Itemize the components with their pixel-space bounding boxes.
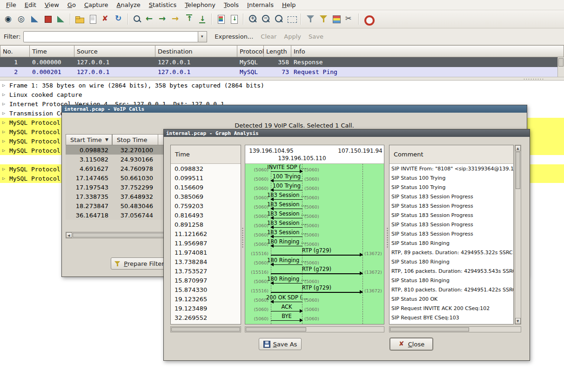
time-row[interactable]: 0.891258 [171, 220, 241, 229]
graph-hscrollbar[interactable] [245, 326, 384, 332]
comment-row[interactable]: SIP Status 180 Ringing [389, 276, 513, 285]
expander-icon[interactable]: ▷ [2, 120, 5, 125]
expander-icon[interactable]: ▷ [2, 176, 5, 181]
expander-icon[interactable]: ▷ [2, 166, 5, 171]
flow-message-row[interactable]: (15516) (13672) RTP (g729) [245, 266, 384, 276]
menu-item[interactable]: Statistics [145, 0, 181, 9]
packet-row[interactable]: 2 0.000201 127.0.0.1 127.0.0.1 MySQL 73 … [0, 67, 564, 77]
time-row[interactable]: 13.738284 [171, 257, 241, 266]
scroll-left-icon[interactable] [66, 232, 72, 238]
voip-dialog-titlebar[interactable]: internal.pcap - VoIP Calls [62, 105, 527, 113]
menu-item[interactable]: Telephony [181, 0, 220, 9]
menu-item[interactable]: Go [63, 0, 80, 9]
reload-icon[interactable] [113, 14, 124, 25]
save-as-button[interactable]: Save As [259, 338, 302, 350]
comment-row[interactable]: SIP Status 180 Ringing [389, 257, 513, 266]
comment-vscrollbar[interactable] [515, 145, 521, 324]
menu-item[interactable]: View [40, 0, 63, 9]
expander-icon[interactable]: ▷ [2, 101, 5, 106]
go-back-icon[interactable] [145, 14, 156, 25]
time-row[interactable]: 11.121662 [171, 229, 241, 238]
comment-row[interactable]: SIP Request BYE CSeq:103 [389, 313, 513, 322]
time-row[interactable]: 0.385069 [171, 192, 241, 201]
time-row[interactable]: 19.123265 [171, 294, 241, 304]
flow-message-row[interactable]: (5060) (5060) 180 Ringing ... [245, 238, 384, 248]
help-icon[interactable] [363, 14, 374, 25]
time-row[interactable]: 0.099511 [171, 173, 241, 182]
time-row[interactable]: 19.123489 [171, 304, 241, 313]
time-row[interactable]: 0.098832 [171, 164, 241, 173]
coloring-rules-icon[interactable] [331, 14, 342, 25]
detail-tree-row[interactable]: ▷ Linux cooked capture [0, 90, 564, 99]
flow-message-row[interactable]: (5060) (5060) 183 Session ... [245, 210, 384, 220]
filter-dropdown-button[interactable] [198, 31, 207, 42]
zoom-in-icon[interactable] [247, 14, 258, 25]
scroll-up-icon[interactable] [515, 145, 521, 151]
comment-row[interactable]: RTP, 106 packets. Duration: 4294953.543s… [389, 266, 513, 276]
resize-columns-icon[interactable] [286, 14, 297, 25]
capture-stop-icon[interactable] [42, 14, 54, 25]
column-header[interactable]: Time [30, 45, 74, 57]
save-button[interactable]: Save [309, 33, 323, 40]
display-filters-icon[interactable] [318, 14, 329, 25]
comment-row[interactable]: SIP Status 183 Session Progress [389, 210, 513, 220]
list-interfaces-icon[interactable] [3, 14, 14, 25]
zoom-100-icon[interactable] [273, 14, 284, 25]
expander-icon[interactable]: ▷ [2, 82, 5, 88]
comment-row[interactable]: SIP Status 183 Session Progress [389, 220, 513, 229]
flow-message-row[interactable]: (15516) (13672) RTP (g729) [245, 248, 384, 257]
preferences-icon[interactable] [344, 14, 355, 25]
comment-row[interactable]: RTP, 810 packets. Duration: 4294951.422s… [389, 285, 513, 294]
expander-icon[interactable]: ▷ [2, 110, 5, 115]
pane-grip-icon[interactable] [386, 227, 389, 248]
open-file-icon[interactable] [74, 14, 85, 25]
time-row[interactable]: 15.870997 [171, 276, 241, 285]
scrollbar-thumb[interactable] [246, 327, 306, 331]
expression-button[interactable]: Expression... [215, 33, 253, 40]
comment-row[interactable]: SIP Status 183 Session Progress [389, 229, 513, 238]
time-row[interactable]: 32.269552 [171, 313, 241, 322]
menu-item[interactable]: Capture [80, 0, 113, 9]
comment-row[interactable]: SIP Status 183 Session Progress [389, 192, 513, 201]
capture-restart-icon[interactable] [55, 14, 67, 25]
comment-row[interactable]: SIP Status 180 Ringing [389, 238, 513, 248]
flow-message-row[interactable]: (5060) (5060) 180 Ringing ... [245, 257, 384, 266]
capture-start-icon[interactable] [29, 14, 40, 25]
menu-item[interactable]: Help [278, 0, 300, 9]
flow-message-row[interactable]: (5060) (5060) BYE [245, 313, 384, 322]
prepare-filter-button[interactable]: Prepare Filter [111, 257, 168, 270]
go-to-packet-icon[interactable] [171, 14, 182, 25]
menu-item[interactable]: Internals [243, 0, 278, 9]
time-row[interactable]: 0.759203 [171, 201, 241, 210]
go-forward-icon[interactable] [158, 14, 169, 25]
save-file-icon[interactable] [87, 14, 98, 25]
flow-message-row[interactable]: (5060) (5060) 100 Trying [245, 182, 384, 192]
flow-message-row[interactable]: (5060) (5060) 200 OK SDP (... [245, 294, 384, 304]
expander-icon[interactable]: ▷ [2, 138, 5, 143]
menu-item[interactable]: Analyze [113, 0, 145, 9]
flow-message-row[interactable]: (5060) (5060) 183 Session ... [245, 220, 384, 229]
filter-input[interactable] [23, 31, 198, 42]
close-button[interactable]: Close [390, 338, 433, 350]
expander-icon[interactable]: ▷ [2, 129, 5, 134]
scrollbar-thumb[interactable] [171, 327, 240, 331]
scrollbar-thumb[interactable] [390, 327, 469, 331]
comment-hscrollbar[interactable] [389, 326, 521, 332]
flow-message-row[interactable]: (5060) (5060) 183 Session ... [245, 201, 384, 210]
time-row[interactable]: 11.956987 [171, 238, 241, 248]
graph-dialog-titlebar[interactable]: internal.pcap - Graph Analysis [164, 129, 530, 137]
close-file-icon[interactable] [100, 14, 111, 25]
column-header[interactable]: Destination [155, 45, 237, 57]
column-header[interactable]: Length [264, 45, 291, 57]
comment-row[interactable]: SIP Status 100 Trying [389, 182, 513, 192]
time-row[interactable]: 0.816493 [171, 210, 241, 220]
find-packet-icon[interactable] [132, 14, 143, 25]
expander-icon[interactable]: ▷ [2, 148, 5, 153]
comment-row[interactable]: SIP Status 100 Trying [389, 173, 513, 182]
scrollbar-thumb[interactable] [516, 152, 520, 189]
column-header[interactable]: Protocol [237, 45, 264, 57]
comment-row[interactable]: SIP Request INVITE ACK 200 CSeq:102 [389, 304, 513, 313]
auto-scroll-icon[interactable] [228, 14, 240, 25]
packet-list-scrollbar[interactable] [557, 57, 564, 77]
capture-filters-icon[interactable] [305, 14, 316, 25]
